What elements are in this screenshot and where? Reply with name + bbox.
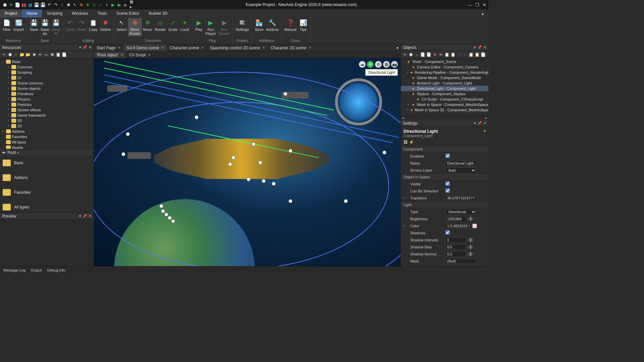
property-input[interactable]: [445, 223, 472, 229]
property-checkbox[interactable]: [445, 230, 450, 235]
object-tree-row[interactable]: -✦Skybox - Component_Skybox: [401, 91, 488, 97]
maximize-icon[interactable]: ❐: [475, 2, 479, 7]
tree-row[interactable]: Favorites: [0, 134, 94, 139]
tree-row[interactable]: +Screen effects: [0, 107, 94, 113]
qat-icon[interactable]: ⬢: [2, 2, 7, 7]
close-tab-icon[interactable]: ✕: [309, 46, 312, 50]
ribbon-copy-button[interactable]: 📋Copy: [88, 18, 99, 32]
ribbon-move-rotate-button[interactable]: ✥Move Rotate: [128, 18, 142, 36]
run-next-icon[interactable]: ▶: [123, 2, 128, 7]
gizmo-handle[interactable]: [161, 209, 165, 213]
document-tab[interactable]: Sci-fi Demo.scene✕: [124, 44, 167, 51]
redo-icon[interactable]: ↷: [53, 2, 58, 7]
menu-tab[interactable]: Home: [22, 9, 42, 17]
ribbon-store-button[interactable]: 🏪Store: [253, 18, 265, 32]
tree-row[interactable]: +UI: [0, 75, 94, 80]
resources-tree[interactable]: -Base+Common+Scripting+UI+Scene common+S…: [0, 58, 94, 149]
object-tree-row[interactable]: -✦'Root' - Component_Scene: [401, 59, 488, 64]
document-tab[interactable]: Character.scene✕: [167, 44, 207, 51]
property-slider[interactable]: [468, 239, 474, 241]
camera-icon[interactable]: 📷: [391, 61, 398, 68]
menu-tab[interactable]: Tools: [93, 9, 112, 17]
tree-row[interactable]: +Addons: [0, 129, 94, 134]
folder-item[interactable]: Base: [0, 156, 94, 170]
ribbon-tips-button[interactable]: 📊Tips: [298, 18, 309, 32]
document-tab[interactable]: Start Page✕: [94, 44, 124, 51]
tree-row[interactable]: +Common: [0, 64, 94, 70]
status-message-log[interactable]: Message Log: [3, 268, 25, 272]
ribbon-rotate-button[interactable]: ◎Rotate: [153, 18, 167, 36]
ribbon-save-as-button[interactable]: 💾Save As: [39, 18, 50, 36]
tree-row[interactable]: +Game framework: [0, 113, 94, 118]
close-tab-icon[interactable]: ✕: [201, 46, 204, 50]
toolbar-icon[interactable]: ⬢: [7, 52, 12, 57]
ribbon-play-button[interactable]: ▶Play: [194, 18, 204, 36]
toolbar-icon[interactable]: ▫: [13, 52, 18, 57]
move-icon[interactable]: ✥: [85, 2, 90, 7]
property-section-header[interactable]: Object In Space: [401, 174, 488, 180]
gizmo-handle[interactable]: [195, 115, 199, 119]
status-output[interactable]: Output: [31, 268, 42, 272]
property-input[interactable]: [445, 195, 476, 201]
property-section-header[interactable]: Light: [401, 201, 488, 208]
save-icon[interactable]: 💾: [34, 2, 39, 7]
breadcrumb[interactable]: ⬅ Root ▸: [0, 149, 94, 156]
property-section-header[interactable]: Component: [401, 146, 488, 153]
tabs-dropdown-icon[interactable]: ▾: [394, 44, 400, 51]
toolbar-icon[interactable]: ▭: [44, 52, 49, 57]
doc-icon[interactable]: ▫: [59, 2, 65, 7]
folder-item[interactable]: Favorites: [0, 185, 94, 200]
menu-tab[interactable]: Windows: [67, 9, 93, 17]
object-tree-row[interactable]: ✦Game Mode - Component_GameMode: [401, 75, 488, 80]
picture-icon[interactable]: 🖼: [404, 140, 408, 144]
property-input[interactable]: [445, 237, 466, 243]
menu-tab[interactable]: Builder 3D: [144, 9, 172, 17]
gizmo-handle[interactable]: [288, 149, 292, 153]
dropdown-icon[interactable]: ▾: [474, 121, 476, 125]
pin-icon[interactable]: 📌: [83, 214, 87, 218]
tree-row[interactable]: +Scene objects: [0, 86, 94, 91]
pin-icon[interactable]: 📌: [477, 121, 482, 125]
tree-row[interactable]: +2D: [0, 123, 94, 129]
document-tab[interactable]: Character 2D.scene✕: [268, 44, 315, 51]
select-icon[interactable]: ↖: [72, 2, 77, 7]
ribbon-collapse-icon[interactable]: ▴: [477, 9, 488, 17]
property-slider[interactable]: [468, 218, 474, 220]
property-checkbox[interactable]: [445, 154, 450, 158]
close-panel-icon[interactable]: ✕: [89, 214, 92, 218]
new-file-icon[interactable]: 📄: [15, 2, 20, 7]
settings-dropdown-icon[interactable]: 🛠▾: [129, 2, 135, 7]
run-player-icon[interactable]: ▶: [117, 2, 122, 7]
object-tree-row[interactable]: ✦Ambient Light - Component_Light: [401, 80, 488, 86]
gizmo-handle[interactable]: [159, 204, 163, 208]
close-tab-icon[interactable]: ✕: [118, 46, 121, 50]
close-panel-icon[interactable]: ✕: [483, 45, 486, 50]
property-slider[interactable]: [468, 246, 474, 248]
object-tree-row[interactable]: +✦Mesh in Space 32 - Component_MeshInSpa…: [401, 107, 488, 113]
tree-row[interactable]: -Assets: [0, 145, 94, 149]
ribbon-scale-button[interactable]: ⤢Scale: [167, 18, 179, 36]
tree-row[interactable]: +Scripting: [0, 70, 94, 75]
property-checkbox[interactable]: [445, 188, 450, 193]
save-all-icon[interactable]: 💾: [40, 2, 46, 7]
object-tree-row[interactable]: +✦Mesh in Space - Component_MeshInSpace: [401, 102, 488, 107]
toolbar-icon[interactable]: 📄: [62, 52, 67, 57]
gizmo-handle[interactable]: [164, 213, 168, 217]
ribbon-manual-button[interactable]: ❓Manual: [283, 18, 298, 32]
pin-icon[interactable]: 📌: [477, 45, 482, 50]
tree-row[interactable]: -Base: [0, 59, 94, 64]
gizmo-handle[interactable]: [228, 162, 232, 166]
gizmo-handle[interactable]: [288, 199, 292, 203]
ribbon-addons-button[interactable]: 🔧Addons: [265, 18, 280, 32]
back-icon[interactable]: ⬅: [2, 150, 5, 155]
property-input[interactable]: [445, 216, 466, 222]
undo-icon[interactable]: ↶: [47, 2, 52, 7]
gizmo-handle[interactable]: [231, 156, 235, 160]
object-tree-row[interactable]: ✦C# Script - Component_CSharpScript: [401, 97, 488, 102]
tree-row[interactable]: +Primitives: [0, 91, 94, 97]
ribbon-save-button[interactable]: 💾Save: [28, 18, 39, 36]
sub-tab[interactable]: 'Root object'✕: [94, 52, 126, 58]
tool-icon[interactable]: ▦: [28, 2, 33, 7]
folder-item[interactable]: Addons: [0, 170, 94, 185]
ribbon-import-button[interactable]: 🔃Import: [12, 18, 25, 32]
